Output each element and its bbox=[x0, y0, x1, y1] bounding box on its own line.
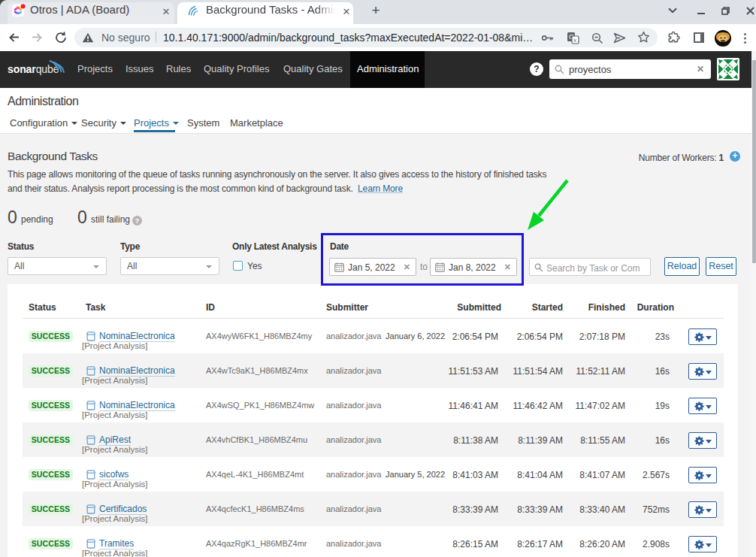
svg-text:x: x bbox=[573, 37, 576, 44]
